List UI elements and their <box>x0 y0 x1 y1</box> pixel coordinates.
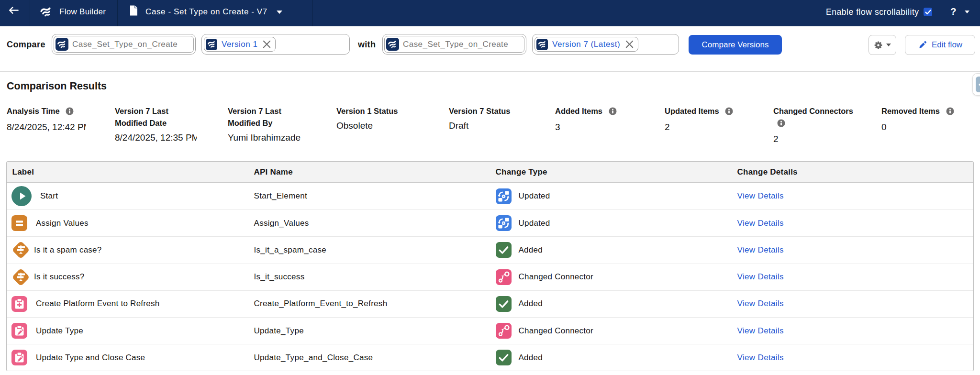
column-header-api-name: API Name <box>248 162 490 182</box>
scrollability-checkbox[interactable] <box>924 8 932 16</box>
change-type-cell: Added <box>490 350 732 365</box>
remove-version-b-button[interactable] <box>625 40 634 48</box>
updated-change-icon <box>496 215 512 231</box>
edit-flow-button[interactable]: Edit flow <box>905 35 975 55</box>
stat-value: 2 <box>773 134 881 144</box>
label-cell: Start <box>7 186 248 206</box>
view-details-link[interactable]: View Details <box>737 272 784 281</box>
change-details-cell: View Details <box>732 219 973 228</box>
gear-caret-icon <box>886 44 891 46</box>
table-row: Assign ValuesAssign_ValuesUpdatedView De… <box>7 210 973 236</box>
stat-label: Version 7 Status <box>449 105 542 117</box>
flow-icon <box>206 39 217 50</box>
label-cell: Update Type <box>7 323 248 339</box>
api-name-cell: Start_Element <box>248 191 490 201</box>
close-icon <box>263 40 271 48</box>
api-name-cell: Is_it_success <box>248 272 490 282</box>
view-details-link[interactable]: View Details <box>737 299 784 308</box>
table-row: Is it a spam case?Is_it_a_spam_caseAdded… <box>7 236 973 263</box>
version-b-input[interactable]: Version 7 (Latest) <box>532 34 679 55</box>
stat-value: Obsolete <box>336 121 449 131</box>
view-details-link[interactable]: View Details <box>737 353 784 362</box>
edit-flow-label: Edit flow <box>932 40 962 50</box>
stat-value: 3 <box>555 122 665 132</box>
view-details-link[interactable]: View Details <box>737 219 784 228</box>
stat-value: 8/24/2025, 12:35 PM <box>115 132 197 143</box>
change-type-cell: Added <box>490 242 732 258</box>
table-row: StartStart_ElementUpdatedView Details <box>7 183 973 210</box>
decision-icon <box>11 268 30 287</box>
change-type-label: Added <box>519 299 543 309</box>
change-type-cell: Changed Connector <box>490 323 732 339</box>
top-bar: Flow Builder Case - Set Type on Create -… <box>0 0 980 26</box>
stat-removed-items: Removed Items 0 <box>881 105 980 144</box>
info-icon[interactable] <box>609 107 617 119</box>
stat-value: Draft <box>449 121 555 131</box>
api-name-cell: Update_Type_and_Close_Case <box>248 353 490 363</box>
change-type-label: Updated <box>519 191 550 201</box>
stat-label: Version 7 Last Modified Date <box>115 105 179 129</box>
flow-icon <box>386 38 399 51</box>
change-details-cell: View Details <box>732 272 973 282</box>
version-a-pill[interactable]: Version 1 <box>204 37 276 52</box>
flow-a-combobox[interactable]: Case_Set_Type_on_Create <box>52 34 196 55</box>
updated-change-icon <box>496 188 512 204</box>
view-details-link[interactable]: View Details <box>737 326 784 335</box>
stat-version-7-status: Version 7 StatusDraft <box>449 105 555 144</box>
stat-value: 2 <box>665 122 773 132</box>
results-title: Comparison Results <box>7 80 107 92</box>
table-row: Update Type and Close CaseUpdate_Type_an… <box>7 344 973 371</box>
stat-value: 8/24/2025, 12:42 PM <box>7 122 86 132</box>
api-name-cell: Is_it_a_spam_case <box>248 245 490 255</box>
change-type-cell: Changed Connector <box>490 269 732 285</box>
info-icon[interactable] <box>946 107 954 119</box>
table-row: Create Platform Event to RefreshCreate_P… <box>7 290 973 317</box>
check-icon <box>925 10 931 15</box>
view-details-link[interactable]: View Details <box>737 245 784 254</box>
view-details-link[interactable]: View Details <box>737 191 784 200</box>
stat-label: Version 1 Status <box>336 105 430 117</box>
divider <box>117 0 118 26</box>
change-type-label: Changed Connector <box>519 272 593 282</box>
compare-toolbar: Compare Case_Set_Type_on_Create <box>0 24 980 72</box>
info-icon[interactable] <box>66 107 74 119</box>
help-button[interactable]: ? <box>950 0 957 24</box>
combobox-inner: Case_Set_Type_on_Create <box>384 36 524 53</box>
flow-title[interactable]: Case - Set Type on Create - V7 <box>145 0 267 24</box>
change-type-label: Added <box>519 245 543 255</box>
change-details-cell: View Details <box>732 299 973 309</box>
help-caret-icon[interactable] <box>965 11 969 13</box>
flow-compare-page: Flow Builder Case - Set Type on Create -… <box>0 0 980 375</box>
label-cell: Assign Values <box>7 215 248 231</box>
change-details-cell: View Details <box>732 191 973 201</box>
connector-change-icon <box>496 269 512 285</box>
close-icon <box>625 40 634 48</box>
info-icon[interactable] <box>725 107 733 119</box>
flow-builder-logo-icon <box>40 6 52 20</box>
api-name-cell: Create_Platform_Event_to_Refresh <box>248 299 490 309</box>
info-icon[interactable] <box>777 119 785 131</box>
added-change-icon <box>496 242 512 258</box>
panel-toggle-button[interactable] <box>972 73 980 96</box>
settings-menu-button[interactable] <box>869 35 896 55</box>
change-type-cell: Updated <box>490 215 732 231</box>
element-label: Update Type <box>36 326 83 336</box>
element-label: Create Platform Event to Refresh <box>36 299 159 309</box>
flow-title-caret-icon[interactable] <box>277 11 282 14</box>
record-update-icon <box>11 350 27 365</box>
element-label: Update Type and Close Case <box>36 353 145 363</box>
remove-version-a-button[interactable] <box>263 40 271 48</box>
stat-label: Updated Items <box>665 105 758 119</box>
element-label: Start <box>40 191 58 201</box>
version-b-pill[interactable]: Version 7 (Latest) <box>535 37 638 52</box>
compare-versions-button[interactable]: Compare Versions <box>689 35 782 55</box>
stat-label: Added Items <box>555 105 648 119</box>
stat-changed-connectors: Changed Connectors 2 <box>773 105 881 144</box>
label-cell: Is it a spam case? <box>7 241 248 259</box>
app-name-label[interactable]: Flow Builder <box>59 0 106 24</box>
version-a-input[interactable]: Version 1 <box>201 34 350 55</box>
change-details-cell: View Details <box>732 326 973 336</box>
flow-b-combobox[interactable]: Case_Set_Type_on_Create <box>382 34 526 55</box>
back-button[interactable] <box>8 6 19 14</box>
record-update-icon <box>11 323 27 339</box>
